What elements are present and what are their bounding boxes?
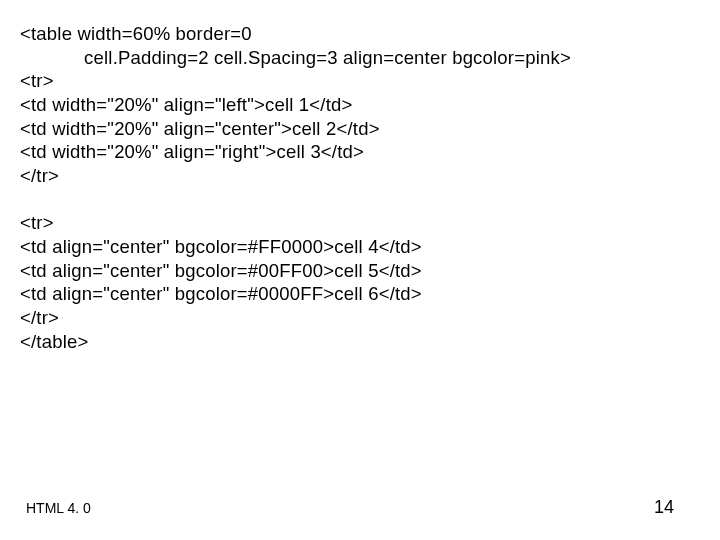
code-line: cell.Padding=2 cell.Spacing=3 align=cent…	[20, 47, 571, 68]
code-line: <td width="20%" align="center">cell 2</t…	[20, 118, 380, 139]
footer-title: HTML 4. 0	[26, 500, 91, 516]
code-line: <td align="center" bgcolor=#FF0000>cell …	[20, 236, 422, 257]
code-line: <td width="20%" align="right">cell 3</td…	[20, 141, 364, 162]
code-line: </tr>	[20, 307, 59, 328]
code-line: <td width="20%" align="left">cell 1</td>	[20, 94, 353, 115]
page-number: 14	[654, 497, 674, 518]
code-line: </table>	[20, 331, 88, 352]
code-block: <table width=60% border=0 cell.Padding=2…	[20, 22, 700, 353]
code-line: <td align="center" bgcolor=#0000FF>cell …	[20, 283, 422, 304]
code-line: <td align="center" bgcolor=#00FF00>cell …	[20, 260, 422, 281]
code-line: </tr>	[20, 165, 59, 186]
slide: <table width=60% border=0 cell.Padding=2…	[0, 0, 720, 540]
code-line: <tr>	[20, 212, 54, 233]
code-line: <tr>	[20, 70, 54, 91]
code-line: <table width=60% border=0	[20, 23, 252, 44]
